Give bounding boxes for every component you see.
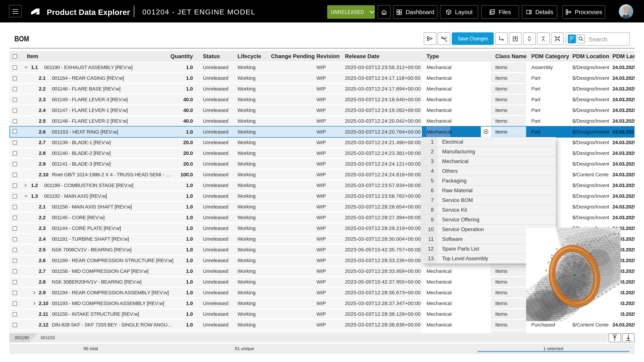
svg-text:PDF: PDF [491, 10, 494, 12]
